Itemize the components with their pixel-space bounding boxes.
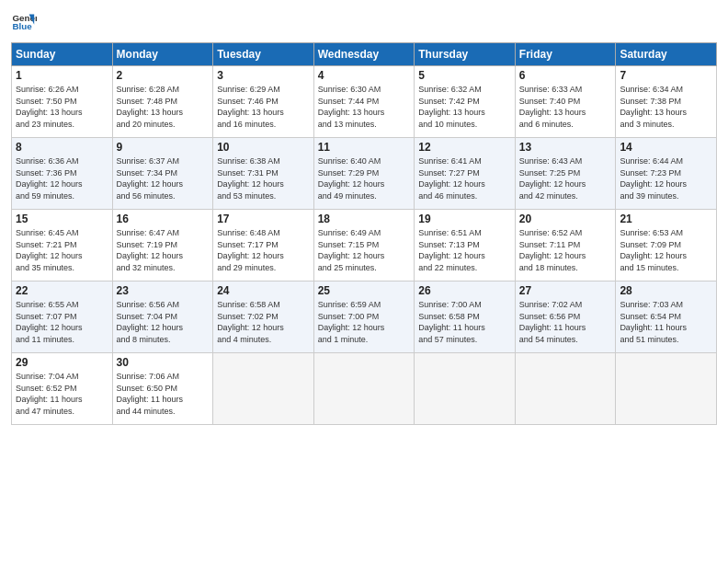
day-info: Sunrise: 6:32 AM Sunset: 7:42 PM Dayligh…: [418, 84, 511, 130]
calendar-cell: 24Sunrise: 6:58 AM Sunset: 7:02 PM Dayli…: [213, 282, 314, 353]
day-number: 23: [117, 284, 210, 297]
day-number: 6: [519, 69, 612, 82]
day-info: Sunrise: 6:41 AM Sunset: 7:27 PM Dayligh…: [418, 155, 511, 201]
day-number: 12: [418, 141, 511, 154]
weekday-header-tuesday: Tuesday: [213, 43, 314, 66]
calendar-cell: 21Sunrise: 6:53 AM Sunset: 7:09 PM Dayli…: [616, 210, 717, 282]
day-info: Sunrise: 6:26 AM Sunset: 7:50 PM Dayligh…: [16, 84, 108, 130]
calendar-week-1: 1Sunrise: 6:26 AM Sunset: 7:50 PM Daylig…: [12, 66, 717, 138]
calendar-cell: 1Sunrise: 6:26 AM Sunset: 7:50 PM Daylig…: [12, 66, 113, 138]
calendar-cell: 23Sunrise: 6:56 AM Sunset: 7:04 PM Dayli…: [112, 282, 213, 353]
day-number: 3: [217, 69, 310, 82]
page-header: General Blue: [11, 9, 717, 35]
day-info: Sunrise: 6:59 AM Sunset: 7:00 PM Dayligh…: [318, 299, 411, 345]
weekday-header-saturday: Saturday: [616, 43, 717, 66]
day-number: 5: [418, 69, 511, 82]
day-number: 13: [519, 141, 612, 154]
day-info: Sunrise: 6:47 AM Sunset: 7:19 PM Dayligh…: [117, 227, 210, 273]
calendar-cell: 10Sunrise: 6:38 AM Sunset: 7:31 PM Dayli…: [213, 138, 314, 210]
day-number: 4: [318, 69, 411, 82]
day-info: Sunrise: 6:37 AM Sunset: 7:34 PM Dayligh…: [117, 155, 210, 201]
day-number: 16: [117, 213, 210, 225]
day-number: 2: [117, 69, 210, 82]
logo: General Blue: [11, 9, 37, 35]
calendar-cell: 29Sunrise: 7:04 AM Sunset: 6:52 PM Dayli…: [12, 353, 113, 425]
day-info: Sunrise: 6:30 AM Sunset: 7:44 PM Dayligh…: [318, 84, 411, 130]
day-info: Sunrise: 6:33 AM Sunset: 7:40 PM Dayligh…: [519, 84, 612, 130]
day-number: 1: [16, 69, 108, 82]
calendar-cell: [616, 353, 717, 425]
calendar-cell: [213, 353, 314, 425]
day-number: 29: [16, 356, 108, 369]
weekday-header-wednesday: Wednesday: [313, 43, 415, 66]
calendar-week-5: 29Sunrise: 7:04 AM Sunset: 6:52 PM Dayli…: [12, 353, 717, 425]
calendar-cell: 17Sunrise: 6:48 AM Sunset: 7:17 PM Dayli…: [213, 210, 314, 282]
day-info: Sunrise: 6:52 AM Sunset: 7:11 PM Dayligh…: [519, 227, 612, 273]
day-number: 17: [217, 213, 310, 225]
weekday-header-monday: Monday: [112, 43, 213, 66]
day-info: Sunrise: 6:44 AM Sunset: 7:23 PM Dayligh…: [620, 155, 712, 201]
calendar-cell: [515, 353, 616, 425]
calendar-cell: 11Sunrise: 6:40 AM Sunset: 7:29 PM Dayli…: [313, 138, 415, 210]
day-info: Sunrise: 6:36 AM Sunset: 7:36 PM Dayligh…: [16, 155, 108, 201]
weekday-header-thursday: Thursday: [415, 43, 516, 66]
day-info: Sunrise: 6:34 AM Sunset: 7:38 PM Dayligh…: [620, 84, 712, 130]
calendar-week-4: 22Sunrise: 6:55 AM Sunset: 7:07 PM Dayli…: [12, 282, 717, 353]
calendar-week-2: 8Sunrise: 6:36 AM Sunset: 7:36 PM Daylig…: [12, 138, 717, 210]
calendar-cell: 30Sunrise: 7:06 AM Sunset: 6:50 PM Dayli…: [112, 353, 213, 425]
day-info: Sunrise: 7:06 AM Sunset: 6:50 PM Dayligh…: [117, 371, 210, 417]
calendar-cell: 26Sunrise: 7:00 AM Sunset: 6:58 PM Dayli…: [415, 282, 516, 353]
day-number: 30: [117, 356, 210, 369]
day-number: 28: [620, 284, 712, 297]
day-info: Sunrise: 6:40 AM Sunset: 7:29 PM Dayligh…: [318, 155, 411, 201]
day-number: 7: [620, 69, 712, 82]
day-number: 27: [519, 284, 612, 297]
calendar-cell: 19Sunrise: 6:51 AM Sunset: 7:13 PM Dayli…: [415, 210, 516, 282]
day-number: 25: [318, 284, 411, 297]
day-number: 8: [16, 141, 108, 154]
day-info: Sunrise: 6:29 AM Sunset: 7:46 PM Dayligh…: [217, 84, 310, 130]
calendar-cell: 13Sunrise: 6:43 AM Sunset: 7:25 PM Dayli…: [515, 138, 616, 210]
svg-text:Blue: Blue: [12, 21, 32, 31]
weekday-header-sunday: Sunday: [12, 43, 113, 66]
calendar-table: SundayMondayTuesdayWednesdayThursdayFrid…: [11, 42, 717, 425]
logo-icon: General Blue: [11, 9, 37, 35]
day-info: Sunrise: 7:02 AM Sunset: 6:56 PM Dayligh…: [519, 299, 612, 345]
day-info: Sunrise: 7:03 AM Sunset: 6:54 PM Dayligh…: [620, 299, 712, 345]
day-info: Sunrise: 6:45 AM Sunset: 7:21 PM Dayligh…: [16, 227, 108, 273]
weekday-header-friday: Friday: [515, 43, 616, 66]
calendar-cell: 3Sunrise: 6:29 AM Sunset: 7:46 PM Daylig…: [213, 66, 314, 138]
calendar-body: 1Sunrise: 6:26 AM Sunset: 7:50 PM Daylig…: [12, 66, 717, 425]
calendar-cell: [415, 353, 516, 425]
weekday-header-row: SundayMondayTuesdayWednesdayThursdayFrid…: [12, 43, 717, 66]
day-info: Sunrise: 6:53 AM Sunset: 7:09 PM Dayligh…: [620, 227, 712, 273]
day-number: 11: [318, 141, 411, 154]
day-info: Sunrise: 6:48 AM Sunset: 7:17 PM Dayligh…: [217, 227, 310, 273]
day-info: Sunrise: 7:04 AM Sunset: 6:52 PM Dayligh…: [16, 371, 108, 417]
day-number: 26: [418, 284, 511, 297]
page-container: General Blue SundayMondayTuesdayWednesda…: [0, 0, 728, 432]
day-number: 20: [519, 213, 612, 225]
calendar-cell: 4Sunrise: 6:30 AM Sunset: 7:44 PM Daylig…: [313, 66, 415, 138]
calendar-cell: 6Sunrise: 6:33 AM Sunset: 7:40 PM Daylig…: [515, 66, 616, 138]
calendar-cell: [313, 353, 415, 425]
calendar-cell: 28Sunrise: 7:03 AM Sunset: 6:54 PM Dayli…: [616, 282, 717, 353]
day-info: Sunrise: 6:55 AM Sunset: 7:07 PM Dayligh…: [16, 299, 108, 345]
day-number: 19: [418, 213, 511, 225]
day-info: Sunrise: 6:56 AM Sunset: 7:04 PM Dayligh…: [117, 299, 210, 345]
day-info: Sunrise: 6:28 AM Sunset: 7:48 PM Dayligh…: [117, 84, 210, 130]
day-number: 24: [217, 284, 310, 297]
calendar-cell: 12Sunrise: 6:41 AM Sunset: 7:27 PM Dayli…: [415, 138, 516, 210]
calendar-cell: 18Sunrise: 6:49 AM Sunset: 7:15 PM Dayli…: [313, 210, 415, 282]
calendar-cell: 5Sunrise: 6:32 AM Sunset: 7:42 PM Daylig…: [415, 66, 516, 138]
day-number: 9: [117, 141, 210, 154]
calendar-cell: 9Sunrise: 6:37 AM Sunset: 7:34 PM Daylig…: [112, 138, 213, 210]
day-number: 21: [620, 213, 712, 225]
calendar-cell: 8Sunrise: 6:36 AM Sunset: 7:36 PM Daylig…: [12, 138, 113, 210]
day-number: 10: [217, 141, 310, 154]
calendar-cell: 27Sunrise: 7:02 AM Sunset: 6:56 PM Dayli…: [515, 282, 616, 353]
calendar-week-3: 15Sunrise: 6:45 AM Sunset: 7:21 PM Dayli…: [12, 210, 717, 282]
calendar-cell: 14Sunrise: 6:44 AM Sunset: 7:23 PM Dayli…: [616, 138, 717, 210]
day-info: Sunrise: 6:49 AM Sunset: 7:15 PM Dayligh…: [318, 227, 411, 273]
calendar-cell: 16Sunrise: 6:47 AM Sunset: 7:19 PM Dayli…: [112, 210, 213, 282]
